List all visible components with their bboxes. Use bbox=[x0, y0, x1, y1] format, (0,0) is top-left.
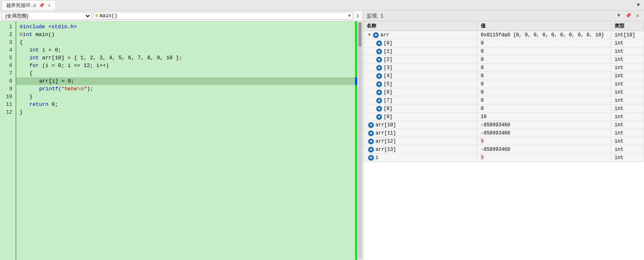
tab-dropdown-button[interactable]: ▼ bbox=[634, 1, 642, 9]
watch-pin-btn[interactable]: 📌 bbox=[624, 12, 633, 19]
func-dropdown-icon: ▼ bbox=[348, 13, 351, 18]
watch-name-cell-13: ◉ arr[12] bbox=[363, 137, 477, 145]
watch-row-15[interactable]: ◉ i9int bbox=[363, 154, 644, 162]
watch-name-cell-10: ◉ [9] bbox=[363, 113, 477, 121]
watch-row-2[interactable]: ◉ [1]0int bbox=[363, 47, 644, 56]
func-icon: ⊕ bbox=[95, 13, 98, 19]
watch-row-10[interactable]: ◉ [9]10int bbox=[363, 113, 644, 121]
watch-row-4[interactable]: ◉ [3]0int bbox=[363, 64, 644, 72]
watch-row-6[interactable]: ◉ [5]0int bbox=[363, 80, 644, 88]
var-icon-2: ◉ bbox=[376, 49, 382, 54]
var-name-7: [6] bbox=[384, 90, 393, 95]
watch-type-cell-8: int bbox=[611, 96, 644, 104]
line-number-1: 1 bbox=[0, 23, 16, 31]
file-tab[interactable]: 越界死循环.c 📌 ✕ bbox=[2, 0, 56, 10]
watch-row-0[interactable]: ▼◉ arr0x0115fda0 {0, 0, 0, 0, 0, 0, 0, 0… bbox=[363, 31, 644, 39]
watch-name-cell-11: ◉ arr[10] bbox=[363, 121, 477, 129]
var-name-0: arr bbox=[380, 32, 389, 38]
watch-value-cell-10: 10 bbox=[477, 113, 611, 121]
watch-type-cell-10: int bbox=[611, 113, 644, 121]
watch-row-5[interactable]: ◉ [4]0int bbox=[363, 72, 644, 80]
watch-row-7[interactable]: ◉ [6]0int bbox=[363, 88, 644, 96]
code-adjust-button[interactable]: ⇕ bbox=[355, 11, 361, 20]
watch-row-12[interactable]: ◉ arr[11]-858993460int bbox=[363, 129, 644, 137]
watch-type-cell-0: int[10] bbox=[611, 31, 644, 39]
tab-close-icon[interactable]: ✕ bbox=[47, 3, 51, 8]
watch-row-9[interactable]: ◉ [8]0int bbox=[363, 105, 644, 113]
code-line-2: ⊟int main() bbox=[16, 31, 357, 38]
var-icon-13: ◉ bbox=[368, 139, 374, 144]
line-number-11: 11 bbox=[0, 101, 16, 108]
var-name-8: [7] bbox=[384, 98, 393, 103]
var-icon-5: ◉ bbox=[376, 73, 382, 79]
code-line-4: int i = 0; bbox=[16, 46, 357, 54]
watch-type-cell-4: int bbox=[611, 64, 644, 72]
code-line-1: #include <stdio.h> bbox=[16, 23, 357, 31]
code-line-6: for (i = 0; i <= 12; i++) bbox=[16, 62, 357, 69]
watch-empty-area bbox=[363, 162, 644, 260]
var-icon-7: ◉ bbox=[376, 90, 382, 95]
line-number-4: 4 bbox=[0, 46, 16, 54]
var-name-1: [0] bbox=[384, 40, 393, 46]
var-name-6: [5] bbox=[384, 81, 393, 87]
col-type: 类型 bbox=[611, 22, 644, 29]
main-area: (全局范围) ⊕ main() ▼ ⇕ 123456789101112 #inc… bbox=[0, 11, 644, 260]
watch-rows-container: ▼◉ arr0x0115fda0 {0, 0, 0, 0, 0, 0, 0, 0… bbox=[363, 31, 644, 162]
scrollbar-track[interactable] bbox=[358, 22, 362, 259]
code-line-10: } bbox=[16, 93, 357, 101]
func-select[interactable]: ⊕ main() ▼ bbox=[93, 12, 353, 20]
watch-row-14[interactable]: ◉ arr[13]-858993460int bbox=[363, 146, 644, 154]
watch-name-cell-9: ◉ [8] bbox=[363, 105, 477, 112]
watch-name-cell-5: ◉ [4] bbox=[363, 72, 477, 80]
line-number-6: 6 bbox=[0, 62, 16, 69]
var-name-2: [1] bbox=[384, 49, 393, 54]
watch-value-cell-0: 0x0115fda0 {0, 0, 0, 0, 0, 0, 0, 0, 0, 1… bbox=[477, 31, 611, 39]
code-toolbar: (全局范围) ⊕ main() ▼ ⇕ bbox=[0, 11, 363, 21]
code-scrollbar[interactable] bbox=[357, 21, 363, 260]
var-name-14: arr[13] bbox=[375, 147, 396, 152]
watch-value-cell-7: 0 bbox=[477, 88, 611, 96]
watch-row-1[interactable]: ◉ [0]0int bbox=[363, 39, 644, 47]
watch-row-11[interactable]: ◉ arr[10]-858993460int bbox=[363, 121, 644, 129]
watch-name-cell-1: ◉ [0] bbox=[363, 39, 477, 47]
watch-type-cell-2: int bbox=[611, 47, 644, 55]
func-label: main() bbox=[100, 13, 117, 19]
watch-type-cell-5: int bbox=[611, 72, 644, 80]
var-icon-11: ◉ bbox=[368, 122, 374, 128]
var-icon-3: ◉ bbox=[376, 57, 382, 63]
watch-name-cell-14: ◉ arr[13] bbox=[363, 146, 477, 153]
code-editor[interactable]: 123456789101112 #include <stdio.h>⊟int m… bbox=[0, 21, 363, 260]
watch-row-13[interactable]: ◉ arr[12]9int bbox=[363, 137, 644, 146]
line-number-8: 8 bbox=[0, 77, 16, 85]
watch-value-cell-4: 0 bbox=[477, 64, 611, 72]
tab-bar: 越界死循环.c 📌 ✕ ▼ bbox=[0, 0, 644, 11]
watch-name-cell-3: ◉ [2] bbox=[363, 56, 477, 63]
watch-row-3[interactable]: ◉ [2]0int bbox=[363, 56, 644, 64]
watch-type-cell-9: int bbox=[611, 105, 644, 112]
watch-dropdown-btn[interactable]: ▼ bbox=[616, 12, 622, 19]
watch-title: 监视 1 bbox=[366, 12, 384, 20]
scope-select[interactable]: (全局范围) bbox=[2, 12, 91, 20]
watch-value-cell-3: 0 bbox=[477, 56, 611, 63]
var-name-12: arr[11] bbox=[375, 130, 396, 136]
watch-type-cell-14: int bbox=[611, 146, 644, 153]
var-name-11: arr[10] bbox=[375, 122, 396, 128]
watch-type-cell-3: int bbox=[611, 56, 644, 63]
line-number-7: 7 bbox=[0, 69, 16, 77]
watch-value-cell-13: 9 bbox=[477, 137, 611, 145]
tab-pin-icon[interactable]: 📌 bbox=[39, 3, 44, 8]
watch-panel: 监视 1 ▼ 📌 ✕ 名称 值 类型 ▼◉ arr0x0115fda0 {0, … bbox=[363, 11, 644, 260]
line-number-5: 5 bbox=[0, 54, 16, 62]
var-name-4: [3] bbox=[384, 65, 393, 71]
watch-close-btn[interactable]: ✕ bbox=[635, 12, 641, 19]
watch-type-cell-7: int bbox=[611, 88, 644, 96]
watch-type-cell-13: int bbox=[611, 137, 644, 145]
expand-arrow-0[interactable]: ▼ bbox=[368, 33, 371, 37]
watch-row-8[interactable]: ◉ [7]0int bbox=[363, 96, 644, 105]
tab-label: 越界死循环.c bbox=[6, 2, 36, 9]
col-name: 名称 bbox=[363, 22, 477, 29]
watch-value-cell-1: 0 bbox=[477, 39, 611, 47]
scrollbar-thumb bbox=[358, 22, 362, 47]
debug-arrow-indicator bbox=[355, 77, 357, 85]
var-icon-9: ◉ bbox=[376, 106, 382, 112]
